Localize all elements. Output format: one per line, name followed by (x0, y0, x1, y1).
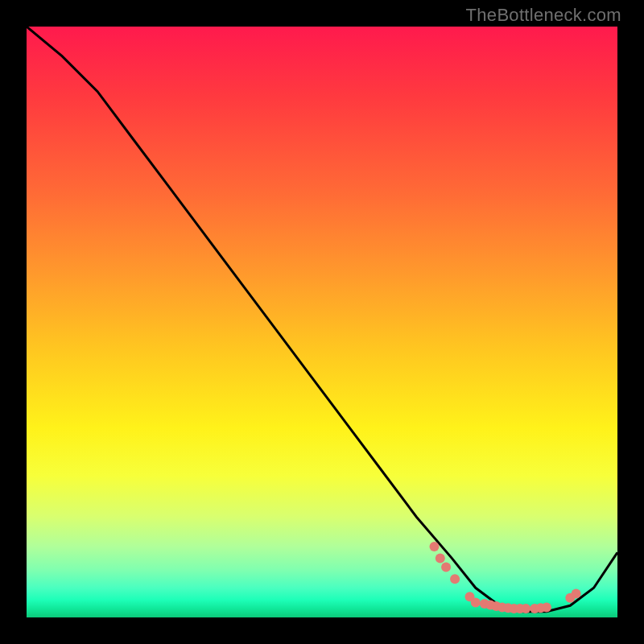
plot-area (27, 27, 617, 617)
data-marker (542, 603, 551, 613)
data-markers (430, 542, 581, 613)
data-marker (521, 604, 530, 613)
data-marker (430, 542, 440, 551)
data-marker (572, 589, 581, 599)
data-marker (441, 563, 451, 572)
data-marker (471, 598, 481, 608)
chart-stage: TheBottleneck.com (0, 0, 644, 644)
bottleneck-curve-line (27, 27, 617, 612)
data-marker (450, 574, 460, 584)
watermark-text: TheBottleneck.com (466, 5, 621, 26)
chart-svg (27, 27, 617, 617)
data-marker (436, 554, 445, 564)
